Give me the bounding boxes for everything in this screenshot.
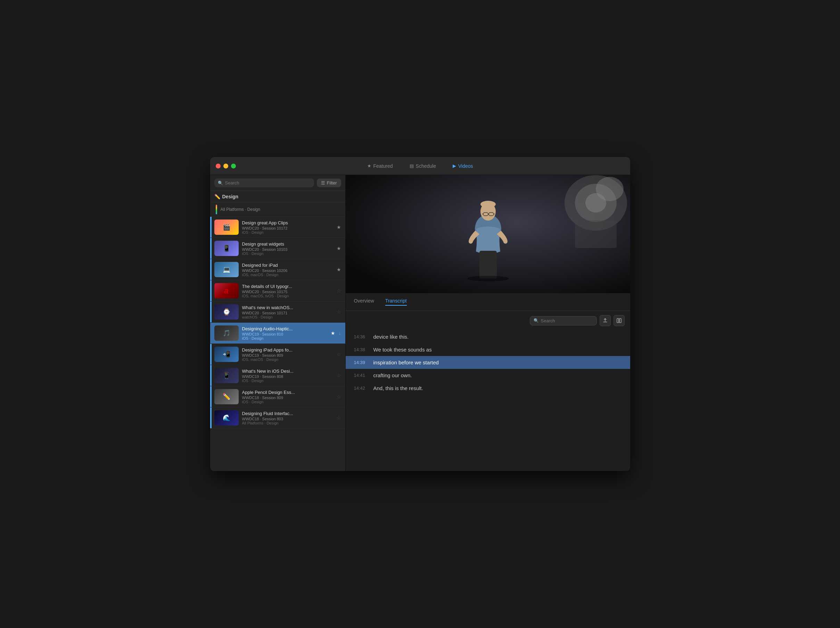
accent-bar xyxy=(210,259,212,280)
item-tags: iOS, macOS · Design xyxy=(242,357,333,361)
item-title: Designing iPad Apps fo... xyxy=(242,347,333,353)
transcript-line[interactable]: 14:41 crafting our own. xyxy=(346,369,630,382)
list-item[interactable]: 🎬 Design great App Clips WWDC20 · Sessio… xyxy=(210,217,345,238)
list-item[interactable]: 📲 Designing iPad Apps fo... WWDC19 · Ses… xyxy=(210,344,345,365)
design-icon: ✏️ xyxy=(214,194,220,199)
item-title: Design great widgets xyxy=(242,241,333,247)
item-session: WWDC19 · Session 809 xyxy=(242,353,333,357)
svg-rect-16 xyxy=(617,319,619,323)
transcript-search-container[interactable]: 🔍 xyxy=(530,316,597,325)
accent-bar xyxy=(210,301,212,322)
transcript-search-input[interactable] xyxy=(541,318,593,323)
thumbnail: 💻 xyxy=(214,262,238,277)
tab-overview[interactable]: Overview xyxy=(354,298,374,306)
list-item[interactable]: 💻 Designed for iPad WWDC20 · Session 102… xyxy=(210,259,345,280)
svg-point-15 xyxy=(467,276,509,281)
transcript-area: 🔍 xyxy=(346,311,630,471)
right-panel: Overview Transcript 🔍 xyxy=(346,175,630,471)
sidebar-list: 🎬 Design great App Clips WWDC20 · Sessio… xyxy=(210,217,345,471)
item-session: WWDC20 · Session 10172 xyxy=(242,226,333,230)
item-title: Apple Pencil Design Ess... xyxy=(242,390,333,395)
transcript-line[interactable]: 14:38 We took these sounds as xyxy=(346,343,630,356)
list-item[interactable]: ⌚ What's new in watchOS... WWDC20 · Sess… xyxy=(210,301,345,323)
item-title: What's New in iOS Desi... xyxy=(242,369,333,374)
share-button[interactable] xyxy=(600,315,611,326)
sidebar: 🔍 ☰ Filter ✏️ Design All Platforms · Des… xyxy=(210,175,346,471)
star-icon[interactable]: ☆ xyxy=(336,288,341,293)
videos-icon: ▶ xyxy=(453,163,456,169)
search-icon: 🔍 xyxy=(534,318,539,323)
minimize-button[interactable] xyxy=(223,164,228,169)
star-icon[interactable]: ☆ xyxy=(336,352,341,357)
list-item-active[interactable]: 🎵 Designing Audio-Haptic... WWDC19 · Ses… xyxy=(210,323,345,344)
star-icon[interactable]: ☆ xyxy=(336,415,341,421)
list-item[interactable]: a The details of UI typogr... WWDC20 · S… xyxy=(210,280,345,301)
timestamp: 14:36 xyxy=(354,334,368,339)
maximize-button[interactable] xyxy=(231,164,236,169)
thumbnail: 📲 xyxy=(214,347,238,362)
video-area[interactable] xyxy=(346,175,630,293)
accent-bar xyxy=(210,407,212,428)
item-tags: iOS · Design xyxy=(242,379,333,383)
star-icon[interactable]: ★ xyxy=(336,246,341,251)
close-button[interactable] xyxy=(216,164,221,169)
search-input[interactable] xyxy=(225,180,311,186)
transcript-text: And, this is the result. xyxy=(373,385,423,391)
thumbnail: 📱 xyxy=(214,241,238,256)
star-icon[interactable]: ★ xyxy=(336,267,341,272)
tab-featured[interactable]: ★ Featured xyxy=(365,162,396,170)
item-tags: iOS · Design xyxy=(242,251,333,256)
star-icon[interactable]: ☆ xyxy=(336,373,341,378)
item-session: WWDC18 · Session 803 xyxy=(242,417,333,421)
item-tags: iOS · Design xyxy=(242,230,333,235)
transcript-text: device like this. xyxy=(373,334,409,340)
item-title: The details of UI typogr... xyxy=(242,284,333,289)
filter-button[interactable]: ☰ Filter xyxy=(317,178,341,187)
transcript-line-active[interactable]: 14:39 inspiration before we started xyxy=(346,356,630,369)
platforms-item[interactable]: All Platforms · Design xyxy=(210,202,345,217)
nav-tabs: ★ Featured ▤ Schedule ▶ Videos xyxy=(365,162,476,170)
svg-rect-17 xyxy=(619,319,621,323)
svg-point-14 xyxy=(480,201,496,208)
accent-bar xyxy=(210,344,212,365)
transcript-text: inspiration before we started xyxy=(373,360,439,365)
main-window: ★ Featured ▤ Schedule ▶ Videos 🔍 xyxy=(210,157,630,471)
item-session: WWDC19 · Session 810 xyxy=(242,332,327,336)
timestamp: 14:39 xyxy=(354,360,368,365)
item-info: The details of UI typogr... WWDC20 · Ses… xyxy=(242,284,333,298)
transcript-toolbar: 🔍 xyxy=(346,311,630,330)
search-icon: 🔍 xyxy=(218,181,223,186)
main-content: 🔍 ☰ Filter ✏️ Design All Platforms · Des… xyxy=(210,175,630,471)
transcript-line[interactable]: 14:42 And, this is the result. xyxy=(346,382,630,394)
list-item[interactable]: 📱 What's New in iOS Desi... WWDC19 · Ses… xyxy=(210,365,345,386)
thumbnail: ✏️ xyxy=(214,389,238,404)
accent-bar xyxy=(210,217,212,238)
svg-point-5 xyxy=(596,177,624,201)
star-icon[interactable]: ★ xyxy=(336,224,341,230)
tab-schedule[interactable]: ▤ Schedule xyxy=(407,162,439,170)
tab-transcript[interactable]: Transcript xyxy=(385,298,407,306)
search-container[interactable]: 🔍 xyxy=(214,178,314,187)
filter-icon: ☰ xyxy=(321,180,325,186)
star-icon[interactable]: ☆ xyxy=(336,394,341,399)
thumbnail: a xyxy=(214,283,238,298)
download-icon: ↓ xyxy=(339,330,341,336)
svg-rect-4 xyxy=(575,220,617,248)
sidebar-search-bar: 🔍 ☰ Filter xyxy=(210,175,345,191)
transcript-text: We took these sounds as xyxy=(373,347,432,353)
list-item[interactable]: ✏️ Apple Pencil Design Ess... WWDC18 · S… xyxy=(210,386,345,407)
item-tags: iOS · Design xyxy=(242,400,333,404)
item-session: WWDC20 · Session 10171 xyxy=(242,311,333,315)
item-info: What's new in watchOS... WWDC20 · Sessio… xyxy=(242,305,333,319)
star-icon[interactable]: ★ xyxy=(331,330,335,336)
accent-bar xyxy=(210,280,212,301)
item-info: Design great App Clips WWDC20 · Session … xyxy=(242,220,333,235)
layout-button[interactable] xyxy=(614,315,625,326)
transcript-text: crafting our own. xyxy=(373,372,412,378)
list-item[interactable]: 🌊 Designing Fluid Interfac... WWDC18 · S… xyxy=(210,407,345,429)
list-item[interactable]: 📱 Design great widgets WWDC20 · Session … xyxy=(210,238,345,259)
star-icon[interactable]: ☆ xyxy=(336,309,341,315)
tab-videos[interactable]: ▶ Videos xyxy=(450,162,476,170)
svg-rect-8 xyxy=(479,251,497,279)
transcript-line[interactable]: 14:36 device like this. xyxy=(346,330,630,343)
